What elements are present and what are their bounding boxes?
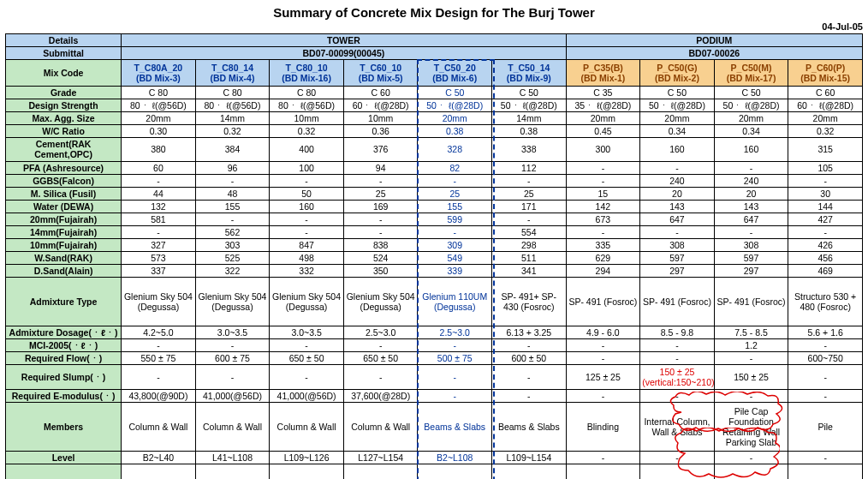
table-row: Cement(RAK Cement,OPC)380384400376328338… [6, 138, 863, 161]
cell: 524 [343, 251, 418, 264]
cell: 847 [270, 238, 344, 251]
mixcode-5: T_C50_14(BD Mix-9) [492, 60, 567, 87]
table-row: Admixture TypeGlenium Sky 504 (Degussa)G… [6, 278, 863, 326]
cell: 573 [122, 251, 196, 264]
cell: 0.36 [343, 125, 418, 138]
cell: - [492, 174, 567, 187]
cell: - [122, 339, 196, 352]
cell: - [270, 174, 344, 187]
row-label: Cement(RAK Cement,OPC) [6, 138, 122, 161]
cell: - [640, 352, 715, 365]
cell: 308 [640, 238, 715, 251]
cell: 597 [640, 251, 715, 264]
cell: Column & Wall [122, 403, 196, 452]
cell: 550 ± 75 [122, 352, 196, 365]
cell: 2.5~3.0 [418, 326, 492, 339]
cell: 647 [640, 213, 715, 225]
cell: 240 [640, 174, 715, 187]
cell: C 80 [122, 87, 196, 99]
cell: 35ㆍ ℓ(@28D) [566, 99, 640, 112]
cell: - [788, 452, 863, 464]
cell: 294 [566, 265, 640, 278]
table-row: Required E-modulus(ㆍ)43,800(@90D)41,000(… [6, 390, 863, 403]
cell: 25 [418, 187, 492, 200]
row-label: Design Strength [6, 99, 122, 112]
cell: - [270, 339, 344, 352]
cell: 155 [418, 200, 492, 213]
cell: - [492, 339, 567, 352]
cell: 597 [714, 251, 788, 264]
cell: 20mm [566, 112, 640, 125]
cell: Need to relax initial setting time [195, 464, 270, 479]
row-label: Remark [6, 464, 122, 479]
table-row: W.Sand(RAK)57352549852454951162959759745… [6, 251, 863, 264]
cell: 14mm [492, 112, 567, 125]
cell: 94 [343, 161, 418, 174]
hdr-sub-podium: BD07-00026 [566, 47, 862, 60]
cell: - [714, 452, 788, 464]
cell: 384 [195, 138, 270, 161]
cell: - [343, 225, 418, 238]
row-label: Grade [6, 87, 122, 99]
cell: - [640, 339, 715, 352]
cell: - [122, 365, 196, 390]
row-label: Max. Agg. Size [6, 112, 122, 125]
cell: 30 [788, 187, 863, 200]
cell: 332 [270, 265, 344, 278]
cell: L109~L154 [492, 452, 567, 464]
row-label: W.Sand(RAK) [6, 251, 122, 264]
mixcode-6: P_C35(B)(BD Mix-1) [566, 60, 640, 87]
cell: 50ㆍ ℓ(@28D) [418, 99, 492, 112]
table-row: MembersColumn & WallColumn & WallColumn … [6, 403, 863, 452]
mixcode-0: T_C80A_20(BD Mix-3) [122, 60, 196, 87]
cell: - [788, 339, 863, 352]
cell: C 50 [418, 87, 492, 99]
cell: - [270, 213, 344, 225]
cell: - [270, 365, 344, 390]
mixcode-2: T_C80_10(BD Mix-16) [270, 60, 344, 87]
cell: 525 [195, 251, 270, 264]
cell: 80ㆍ ℓ(@56D) [270, 99, 344, 112]
table-row: Remark-Need to relax initial setting tim… [6, 464, 863, 479]
cell: C 80 [195, 87, 270, 99]
cell: 0.45 [566, 125, 640, 138]
cell: 60ㆍ ℓ(@28D) [343, 99, 418, 112]
cell: 338 [492, 138, 567, 161]
cell: 600 ± 50 [492, 352, 567, 365]
table-row: Design Strength80ㆍ ℓ(@56D)80ㆍ ℓ(@56D)80ㆍ… [6, 99, 863, 112]
cell: 297 [640, 265, 715, 278]
cell: - [270, 225, 344, 238]
cell: - [714, 161, 788, 174]
cell: 41,000(@56D) [195, 390, 270, 403]
row-label: 20mm(Fujairah) [6, 213, 122, 225]
cell: Beams & Slabs [492, 403, 567, 452]
cell: 600~750 [788, 352, 863, 365]
cell: 132 [122, 200, 196, 213]
table-row: 10mm(Fujairah)32730384783830929833530830… [6, 238, 863, 251]
cell: 308 [714, 238, 788, 251]
cell: 15 [566, 187, 640, 200]
cell: 7.5 - 8.5 [714, 326, 788, 339]
cell: Blinding [566, 403, 640, 452]
cell: 554 [492, 225, 567, 238]
cell: - [566, 452, 640, 464]
cell: 25 [343, 187, 418, 200]
cell: 44 [122, 187, 196, 200]
cell: Glenium Sky 504 (Degussa) [343, 278, 418, 326]
hdr-details: Details [6, 34, 122, 47]
cell: 50ㆍ ℓ(@28D) [492, 99, 567, 112]
cell: - [566, 174, 640, 187]
cell: 315 [788, 138, 863, 161]
mixcode-4: T_C50_20(BD Mix-6) [418, 60, 492, 87]
cell: with MCI [714, 464, 788, 479]
cell: 2.5~3.0 [343, 326, 418, 339]
cell: 80ㆍ ℓ(@56D) [122, 99, 196, 112]
cell: Self Compaction [788, 464, 863, 479]
cell: - [343, 339, 418, 352]
table-row: Max. Agg. Size20mm14mm10mm10mm20mm14mm20… [6, 112, 863, 125]
cell: 400 [270, 138, 344, 161]
cell: L127~L154 [343, 452, 418, 464]
cell: C 35 [566, 87, 640, 99]
cell: C 50 [714, 87, 788, 99]
cell: 427 [788, 213, 863, 225]
